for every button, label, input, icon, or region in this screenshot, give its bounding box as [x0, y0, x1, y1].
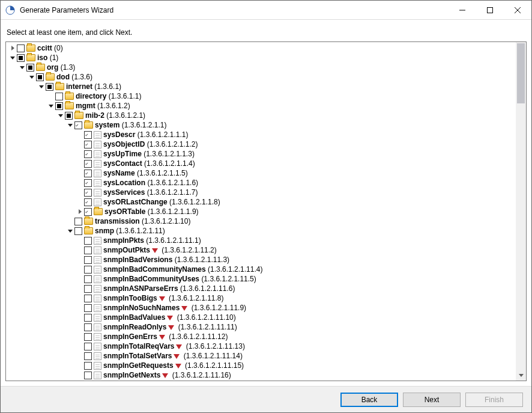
- tree-row-sysORLastChange[interactable]: sysORLastChange (1.3.6.1.2.1.1.8): [6, 197, 516, 207]
- back-button[interactable]: Back: [340, 393, 398, 407]
- tree-row-dod[interactable]: dod (1.3.6): [6, 72, 516, 82]
- tree-row-sysName[interactable]: sysName (1.3.6.1.2.1.1.5): [6, 168, 516, 178]
- node-name: sysORLastChange: [103, 198, 168, 206]
- node-name: snmpInPkts: [103, 236, 144, 245]
- folder-icon: [84, 227, 93, 234]
- tree-row-org[interactable]: org (1.3): [6, 63, 516, 72]
- collapse-icon[interactable]: [18, 63, 26, 72]
- checkbox[interactable]: [84, 266, 92, 274]
- tree-row-ccitt[interactable]: ccitt (0): [6, 43, 516, 53]
- checkbox[interactable]: [84, 131, 92, 139]
- checkbox[interactable]: [84, 362, 92, 370]
- tree-item-label: snmpInASNParseErrs (1.3.6.1.2.1.11.6): [103, 284, 235, 293]
- tree-row-snmpInPkts[interactable]: snmpInPkts (1.3.6.1.2.1.11.1): [6, 236, 516, 245]
- checkbox[interactable]: [84, 323, 92, 331]
- tree-row-system[interactable]: system (1.3.6.1.2.1.1): [6, 120, 516, 130]
- checkbox[interactable]: [26, 64, 34, 72]
- tree-row-sysContact[interactable]: sysContact (1.3.6.1.2.1.1.4): [6, 159, 516, 168]
- deprecated-icon: [174, 354, 180, 359]
- checkbox[interactable]: [84, 256, 92, 264]
- tree-row-snmpInBadVersions[interactable]: snmpInBadVersions (1.3.6.1.2.1.11.3): [6, 255, 516, 265]
- tree-item-label: snmpInGetRequests (1.3.6.1.2.1.11.15): [103, 361, 244, 370]
- tree-row-sysDescr[interactable]: sysDescr (1.3.6.1.2.1.1.1): [6, 130, 516, 139]
- tree-row-iso[interactable]: iso (1): [6, 53, 516, 63]
- collapse-icon[interactable]: [56, 111, 65, 120]
- checkbox[interactable]: [84, 285, 92, 293]
- checkbox[interactable]: [74, 227, 82, 235]
- expand-icon[interactable]: [76, 207, 84, 216]
- checkbox[interactable]: [17, 54, 25, 62]
- checkbox[interactable]: [84, 160, 92, 168]
- checkbox[interactable]: [84, 304, 92, 312]
- tree-row-snmpOutPkts[interactable]: snmpOutPkts (1.3.6.1.2.1.11.2): [6, 245, 516, 255]
- checkbox[interactable]: [84, 150, 92, 158]
- tree-row-snmpInNoSuchNames[interactable]: snmpInNoSuchNames (1.3.6.1.2.1.11.9): [6, 303, 516, 313]
- minimize-button[interactable]: [449, 1, 476, 19]
- tree-row-snmpInBadValues[interactable]: snmpInBadValues (1.3.6.1.2.1.11.10): [6, 313, 516, 322]
- checkbox[interactable]: [65, 112, 73, 120]
- checkbox[interactable]: [36, 73, 44, 81]
- checkbox[interactable]: [17, 44, 25, 52]
- checkbox[interactable]: [55, 102, 63, 110]
- checkbox[interactable]: [74, 121, 82, 129]
- checkbox[interactable]: [74, 218, 82, 225]
- checkbox[interactable]: [84, 246, 92, 254]
- scroll-thumb[interactable]: [517, 43, 525, 103]
- finish-button[interactable]: Finish: [465, 393, 523, 407]
- checkbox[interactable]: [84, 352, 92, 360]
- collapse-icon[interactable]: [37, 82, 46, 91]
- node-oid: (1): [50, 54, 59, 62]
- checkbox[interactable]: [55, 93, 63, 100]
- tree-row-transmission[interactable]: transmission (1.3.6.1.2.1.10): [6, 216, 516, 226]
- tree-row-snmpInTooBigs[interactable]: snmpInTooBigs (1.3.6.1.2.1.11.8): [6, 293, 516, 303]
- tree-item-label: sysName (1.3.6.1.2.1.1.5): [103, 168, 188, 178]
- vertical-scrollbar[interactable]: [516, 42, 526, 381]
- checkbox[interactable]: [84, 314, 92, 322]
- tree-row-internet[interactable]: internet (1.3.6.1): [6, 82, 516, 91]
- scroll-down-arrow[interactable]: [516, 370, 526, 381]
- tree-row-snmpInGenErrs[interactable]: snmpInGenErrs (1.3.6.1.2.1.11.12): [6, 332, 516, 341]
- tree-row-mgmt[interactable]: mgmt (1.3.6.1.2): [6, 101, 516, 111]
- checkbox[interactable]: [84, 343, 92, 350]
- tree-row-directory[interactable]: directory (1.3.6.1.1): [6, 91, 516, 101]
- collapse-icon[interactable]: [28, 72, 36, 82]
- collapse-icon[interactable]: [66, 226, 74, 236]
- checkbox[interactable]: [84, 333, 92, 341]
- tree-row-snmpInASNParseErrs[interactable]: snmpInASNParseErrs (1.3.6.1.2.1.11.6): [6, 284, 516, 293]
- tree-row-snmpInGetNexts[interactable]: snmpInGetNexts (1.3.6.1.2.1.11.16): [6, 370, 516, 380]
- tree-row-sysORTable[interactable]: sysORTable (1.3.6.1.2.1.1.9): [6, 207, 516, 216]
- close-button[interactable]: [504, 1, 531, 19]
- expand-icon[interactable]: [8, 43, 17, 53]
- tree-row-sysObjectID[interactable]: sysObjectID (1.3.6.1.2.1.1.2): [6, 139, 516, 149]
- checkbox[interactable]: [84, 198, 92, 206]
- tree-row-snmp[interactable]: snmp (1.3.6.1.2.1.11): [6, 226, 516, 236]
- checkbox[interactable]: [84, 237, 92, 245]
- tree-row-snmpInTotalReqVars[interactable]: snmpInTotalReqVars (1.3.6.1.2.1.11.13): [6, 341, 516, 351]
- tree-row-snmpInBadCommunityUses[interactable]: snmpInBadCommunityUses (1.3.6.1.2.1.11.5…: [6, 274, 516, 284]
- checkbox[interactable]: [84, 372, 92, 379]
- checkbox[interactable]: [46, 83, 53, 91]
- tree-row-snmpInReadOnlys[interactable]: snmpInReadOnlys (1.3.6.1.2.1.11.11): [6, 322, 516, 332]
- tree-row-snmpInTotalSetVars[interactable]: snmpInTotalSetVars (1.3.6.1.2.1.11.14): [6, 351, 516, 361]
- collapse-icon[interactable]: [47, 101, 55, 111]
- checkbox[interactable]: [84, 170, 92, 177]
- tree-row-sysServices[interactable]: sysServices (1.3.6.1.2.1.1.7): [6, 188, 516, 197]
- tree-row-snmpInGetRequests[interactable]: snmpInGetRequests (1.3.6.1.2.1.11.15): [6, 361, 516, 370]
- collapse-icon[interactable]: [66, 120, 74, 130]
- maximize-button[interactable]: [476, 1, 504, 19]
- node-oid: (0): [54, 44, 63, 52]
- checkbox[interactable]: [84, 275, 92, 283]
- mib-tree[interactable]: ccitt (0)iso (1)org (1.3)dod (1.3.6)inte…: [6, 42, 516, 381]
- checkbox[interactable]: [84, 179, 92, 187]
- checkbox[interactable]: [84, 141, 92, 148]
- checkbox[interactable]: [84, 189, 92, 197]
- checkbox[interactable]: [84, 295, 92, 302]
- checkbox[interactable]: [84, 208, 92, 216]
- tree-row-sysLocation[interactable]: sysLocation (1.3.6.1.2.1.1.6): [6, 178, 516, 188]
- tree-row-snmpInBadCommunityNames[interactable]: snmpInBadCommunityNames (1.3.6.1.2.1.11.…: [6, 265, 516, 274]
- tree-row-sysUpTime[interactable]: sysUpTime (1.3.6.1.2.1.1.3): [6, 149, 516, 159]
- node-name: mgmt: [76, 102, 95, 110]
- next-button[interactable]: Next: [403, 393, 461, 407]
- tree-row-mib2[interactable]: mib-2 (1.3.6.1.2.1): [6, 111, 516, 120]
- collapse-icon[interactable]: [8, 53, 17, 63]
